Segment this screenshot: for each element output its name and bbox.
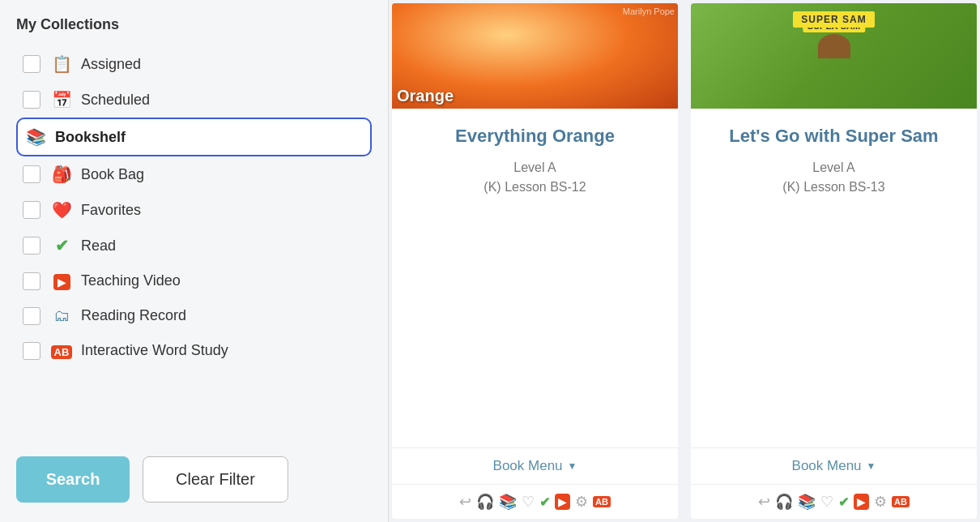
share-icon-2[interactable]: ↩ (758, 493, 770, 511)
clear-filter-button[interactable]: Clear Filter (143, 456, 288, 503)
video-icon-2[interactable]: ▶ (854, 494, 869, 510)
read-icon: ✔ (50, 236, 73, 255)
settings-icon-2[interactable]: ⚙ (874, 493, 887, 511)
settings-icon-1[interactable]: ⚙ (575, 493, 588, 511)
book-icons-bar-2: ↩ 🎧 📚 ♡ ✔ ▶ ⚙ AB (691, 484, 977, 519)
iws-action-icon-2[interactable]: AB (892, 496, 910, 507)
sidebar-item-iws[interactable]: AB Interactive Word Study (16, 333, 372, 368)
scheduled-checkbox[interactable] (23, 91, 40, 109)
favorites-label: Favorites (81, 202, 141, 219)
video-icon-1[interactable]: ▶ (555, 494, 570, 510)
reading-record-icon: 🗂 (50, 306, 73, 325)
iws-icon: AB (50, 341, 73, 360)
card-divider (681, 0, 688, 522)
scheduled-label: Scheduled (81, 92, 150, 109)
teaching-video-icon: ▶ (50, 272, 73, 290)
check-icon-2[interactable]: ✔ (838, 494, 849, 510)
record-icon-1[interactable]: 🎧 (476, 493, 494, 511)
iws-label: Interactive Word Study (81, 342, 228, 359)
book-menu-arrow-2: ▼ (867, 460, 876, 472)
assigned-checkbox[interactable] (23, 55, 40, 73)
sidebar-footer: Search Clear Filter (0, 443, 388, 522)
book-level-super-sam: Level A (K) Lesson BS-13 (782, 158, 884, 197)
bookshelf-label: Bookshelf (55, 129, 126, 146)
bookbag-icon: 🎒 (50, 165, 73, 184)
sidebar-item-bookbag[interactable]: 🎒 Book Bag (16, 156, 372, 192)
bookshelf-action-icon-1[interactable]: 📚 (499, 493, 517, 511)
reading-record-checkbox[interactable] (23, 307, 40, 325)
assigned-icon: 📋 (50, 54, 73, 74)
record-icon-2[interactable]: 🎧 (775, 493, 793, 511)
iws-action-icon-1[interactable]: AB (593, 496, 611, 507)
reading-record-label: Reading Record (81, 307, 186, 324)
favorites-checkbox[interactable] (23, 201, 40, 219)
book-title-super-sam: Let's Go with Super Sam (729, 125, 938, 148)
book-menu-label-1: Book Menu (493, 458, 563, 474)
heart-icon-1[interactable]: ♡ (522, 493, 535, 511)
book-menu-label-2: Book Menu (792, 458, 862, 474)
sidebar-title: My Collections (0, 0, 388, 43)
book-menu-everything-orange[interactable]: Book Menu ▼ (392, 447, 678, 484)
teaching-video-label: Teaching Video (81, 272, 181, 289)
book-title-everything-orange: Everything Orange (455, 125, 615, 148)
collections-list: 📋 Assigned 📅 Scheduled 📚 Bookshelf 🎒 Boo… (0, 43, 388, 443)
teaching-video-checkbox[interactable] (23, 272, 40, 290)
sidebar: My Collections 📋 Assigned 📅 Scheduled 📚 … (0, 0, 389, 522)
book-cover-everything-orange: Orange Marilyn Pope (392, 3, 678, 109)
check-icon-1[interactable]: ✔ (539, 494, 550, 510)
sidebar-item-read[interactable]: ✔ Read (16, 228, 372, 263)
heart-icon-2[interactable]: ♡ (820, 493, 833, 511)
main-content: Orange Marilyn Pope Everything Orange Le… (389, 0, 980, 522)
iws-checkbox[interactable] (23, 342, 40, 360)
bookshelf-action-icon-2[interactable]: 📚 (798, 493, 816, 511)
bookshelf-icon: 📚 (24, 127, 47, 147)
sidebar-item-assigned[interactable]: 📋 Assigned (16, 46, 372, 82)
sidebar-item-reading-record[interactable]: 🗂 Reading Record (16, 298, 372, 333)
bookbag-checkbox[interactable] (23, 165, 40, 183)
book-menu-arrow-1: ▼ (568, 460, 577, 472)
read-label: Read (81, 237, 116, 255)
sidebar-item-scheduled[interactable]: 📅 Scheduled (16, 82, 372, 118)
book-card-super-sam: SUPER SAM Let's Go with Super Sam Level … (691, 3, 977, 519)
book-menu-super-sam[interactable]: Book Menu ▼ (691, 447, 977, 484)
book-cover-super-sam: SUPER SAM (691, 3, 977, 109)
books-grid: Orange Marilyn Pope Everything Orange Le… (389, 0, 980, 522)
sidebar-item-favorites[interactable]: ❤️ Favorites (16, 192, 372, 228)
share-icon-1[interactable]: ↩ (459, 493, 471, 511)
book-info-everything-orange: Everything Orange Level A (K) Lesson BS-… (442, 109, 628, 447)
book-level-everything-orange: Level A (K) Lesson BS-12 (484, 158, 586, 197)
sidebar-item-bookshelf[interactable]: 📚 Bookshelf (16, 118, 372, 156)
read-checkbox[interactable] (23, 237, 40, 255)
sidebar-item-teaching-video[interactable]: ▶ Teaching Video (16, 263, 372, 298)
book-icons-bar-1: ↩ 🎧 📚 ♡ ✔ ▶ ⚙ AB (392, 484, 678, 519)
assigned-label: Assigned (81, 56, 141, 73)
book-info-super-sam: Let's Go with Super Sam Level A (K) Less… (716, 109, 951, 447)
bookbag-label: Book Bag (81, 166, 144, 183)
favorites-icon: ❤️ (50, 200, 73, 220)
book-card-everything-orange: Orange Marilyn Pope Everything Orange Le… (392, 3, 678, 519)
scheduled-icon: 📅 (50, 90, 73, 109)
search-button[interactable]: Search (16, 456, 130, 503)
